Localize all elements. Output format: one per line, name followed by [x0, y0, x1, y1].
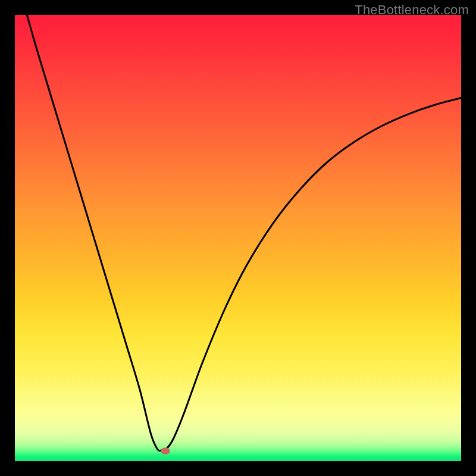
- plot-area: [15, 15, 461, 461]
- optimum-marker: [161, 447, 170, 454]
- chart-frame: TheBottleneck.com: [0, 0, 476, 476]
- bottleneck-curve: [15, 15, 461, 461]
- watermark-text: TheBottleneck.com: [355, 2, 469, 18]
- curve-path: [27, 15, 461, 451]
